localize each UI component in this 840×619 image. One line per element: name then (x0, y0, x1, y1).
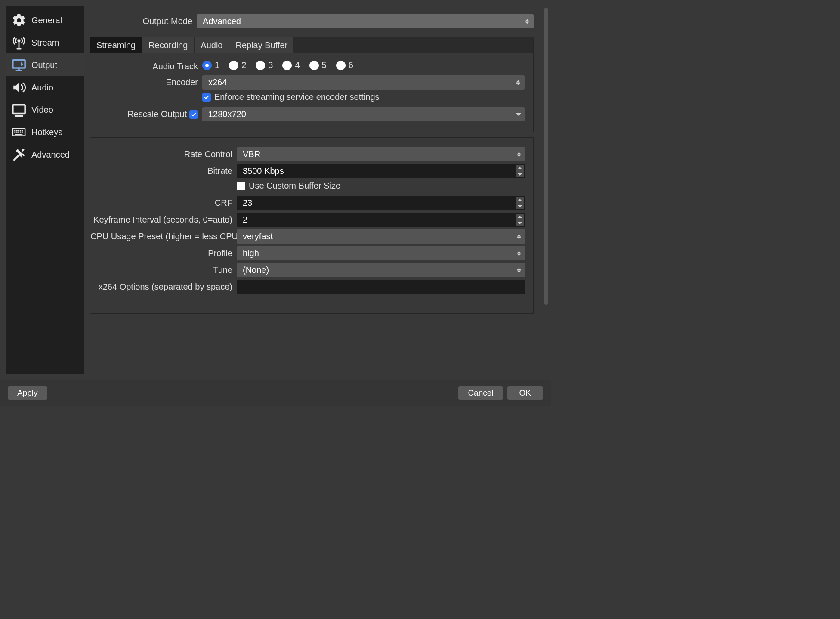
tab-streaming[interactable]: Streaming (90, 37, 142, 53)
rate-control-label: Rate Control (90, 149, 237, 159)
tools-icon (12, 147, 26, 162)
vertical-scrollbar[interactable] (544, 8, 548, 305)
encoder-settings-group: Rate Control VBR Bitrate 3500 Kbps Use C… (90, 137, 534, 314)
sidebar-item-output[interactable]: Output (6, 53, 84, 76)
audio-track-2[interactable]: 2 (229, 60, 246, 70)
radio-off-icon (256, 61, 265, 70)
x264-opts-label: x264 Options (separated by space) (90, 282, 237, 292)
x264-opts-input[interactable] (237, 280, 525, 294)
tab-replay-buffer[interactable]: Replay Buffer (229, 37, 294, 53)
profile-select[interactable]: high (237, 246, 525, 260)
output-mode-select[interactable]: Advanced (197, 14, 534, 28)
spinner-buttons[interactable] (516, 197, 524, 209)
audio-track-6[interactable]: 6 (336, 60, 353, 70)
checkbox-on-icon (202, 93, 211, 102)
cpu-preset-select[interactable]: veryfast (237, 229, 525, 244)
updown-icon (517, 234, 521, 239)
cpu-preset-label: CPU Usage Preset (higher = less CPU) (90, 232, 237, 241)
audio-track-1[interactable]: 1 (202, 60, 219, 70)
tab-audio[interactable]: Audio (195, 37, 229, 53)
encoder-label: Encoder (90, 77, 202, 87)
cancel-button[interactable]: Cancel (458, 386, 503, 400)
audio-track-group: 1 2 3 4 5 6 (202, 60, 353, 73)
profile-label: Profile (90, 248, 237, 258)
enforce-settings-checkbox[interactable]: Enforce streaming service encoder settin… (202, 92, 380, 102)
sidebar-item-label: Audio (31, 83, 53, 93)
speaker-icon (12, 80, 26, 95)
keyframe-label: Keyframe Interval (seconds, 0=auto) (90, 215, 237, 225)
sidebar-item-label: General (31, 15, 62, 25)
rate-control-select[interactable]: VBR (237, 147, 525, 161)
svg-rect-2 (13, 105, 25, 114)
updown-icon (517, 152, 521, 157)
monitor-icon (12, 58, 26, 72)
output-mode-label: Output Mode (90, 16, 197, 26)
sidebar-item-label: Hotkeys (31, 127, 62, 137)
updown-icon (517, 268, 521, 272)
keyboard-icon (12, 125, 26, 139)
rescale-combo[interactable]: 1280x720 (202, 107, 525, 121)
encoder-select[interactable]: x264 (202, 75, 525, 90)
gear-icon (12, 13, 26, 28)
main-panel: Output Mode Advanced Streaming Recording… (90, 6, 538, 374)
updown-icon (517, 251, 521, 256)
output-mode-value: Advanced (203, 16, 241, 26)
sidebar-item-video[interactable]: Video (6, 98, 84, 121)
display-icon (12, 102, 26, 117)
sidebar-item-advanced[interactable]: Advanced (6, 143, 84, 165)
radio-off-icon (282, 61, 292, 70)
rescale-label: Rescale Output (127, 109, 187, 119)
checkbox-off-icon (237, 182, 245, 190)
spinner-buttons[interactable] (516, 214, 524, 226)
keyframe-input[interactable]: 2 (237, 213, 525, 227)
streaming-settings-group: Audio Track 1 2 3 4 5 6 Encoder x264 Enf… (90, 53, 534, 132)
rescale-checkbox[interactable] (189, 110, 198, 119)
tune-label: Tune (90, 265, 237, 275)
chevron-down-icon (512, 107, 525, 121)
sidebar-item-hotkeys[interactable]: Hotkeys (6, 121, 84, 143)
sidebar-item-stream[interactable]: Stream (6, 31, 84, 53)
encoder-value: x264 (208, 77, 227, 87)
antenna-icon (12, 35, 26, 50)
sidebar-item-label: Video (31, 105, 53, 115)
sidebar-item-label: Advanced (31, 150, 70, 160)
radio-on-icon (202, 61, 212, 70)
radio-off-icon (336, 61, 346, 70)
dialog-footer: Apply Cancel OK (0, 380, 551, 406)
bitrate-label: Bitrate (90, 166, 237, 176)
sidebar-item-general[interactable]: General (6, 9, 84, 31)
rescale-value: 1280x720 (208, 109, 246, 119)
bitrate-input[interactable]: 3500 Kbps (237, 164, 525, 178)
sidebar-item-label: Stream (31, 38, 59, 48)
apply-button[interactable]: Apply (8, 386, 47, 400)
audio-track-4[interactable]: 4 (282, 60, 300, 70)
audio-track-5[interactable]: 5 (309, 60, 327, 70)
custom-buffer-checkbox[interactable]: Use Custom Buffer Size (237, 181, 340, 191)
ok-button[interactable]: OK (507, 386, 543, 400)
sidebar-item-audio[interactable]: Audio (6, 76, 84, 98)
tab-recording[interactable]: Recording (142, 37, 195, 53)
sidebar-item-label: Output (31, 60, 57, 70)
tune-select[interactable]: (None) (237, 263, 525, 277)
settings-sidebar: General Stream Output Audio Video Hotkey… (6, 6, 84, 374)
output-tab-bar: Streaming Recording Audio Replay Buffer (90, 37, 534, 53)
crf-input[interactable]: 23 (237, 196, 525, 210)
audio-track-3[interactable]: 3 (256, 60, 273, 70)
crf-label: CRF (90, 198, 237, 208)
updown-icon (516, 80, 520, 85)
radio-off-icon (229, 61, 238, 70)
radio-off-icon (309, 61, 319, 70)
spinner-buttons[interactable] (516, 165, 524, 177)
updown-icon (525, 19, 529, 24)
audio-track-label: Audio Track (90, 62, 202, 71)
